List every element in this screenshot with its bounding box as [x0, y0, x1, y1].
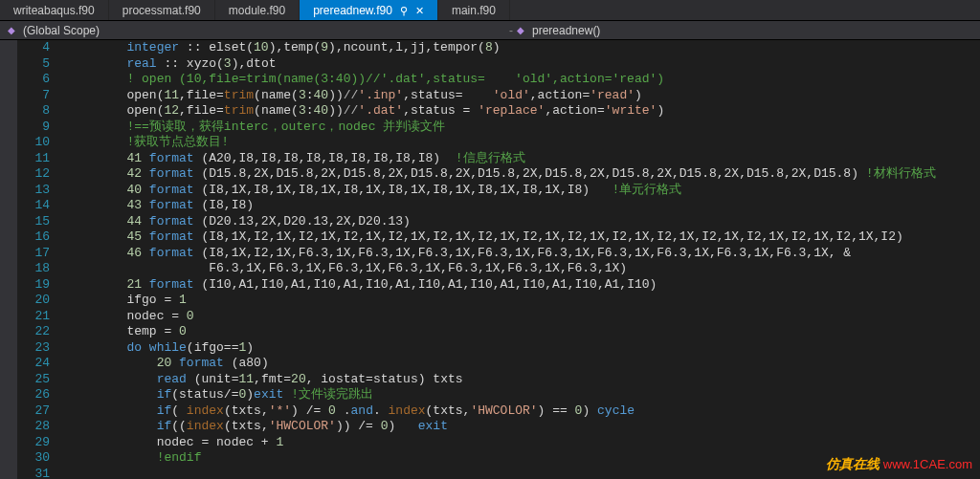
- scope-label[interactable]: (Global Scope): [23, 24, 100, 37]
- code-line[interactable]: if( index(txts,'*') /= 0 .and. index(txt…: [67, 403, 936, 420]
- code-line[interactable]: !endif: [67, 450, 936, 467]
- line-number: 5: [17, 56, 50, 73]
- method-icon: ◆: [517, 25, 524, 35]
- line-number: 12: [17, 166, 50, 183]
- code-line[interactable]: do while(ifgo==1): [67, 340, 936, 357]
- tab-prereadnew-f90[interactable]: prereadnew.f90⚲✕: [300, 0, 438, 20]
- code-line[interactable]: 42 format (D15.8,2X,D15.8,2X,D15.8,2X,D1…: [67, 166, 936, 183]
- code-line[interactable]: F6.3,1X,F6.3,1X,F6.3,1X,F6.3,1X,F6.3,1X,…: [67, 261, 936, 277]
- code-line[interactable]: 46 format (I8,1X,I2,1X,F6.3,1X,F6.3,1X,F…: [67, 246, 936, 262]
- code-line[interactable]: 43 format (I8,I8): [67, 198, 936, 214]
- close-icon[interactable]: ✕: [415, 5, 424, 16]
- breadcrumb: ◆ (Global Scope) - ◆ prereadnew(): [0, 21, 980, 40]
- code-line[interactable]: [67, 467, 936, 480]
- line-number: 26: [17, 387, 50, 403]
- line-number: 13: [17, 183, 50, 199]
- line-number-gutter: 4567891011121314151617181920212223242526…: [17, 40, 63, 479]
- code-line[interactable]: temp = 0: [67, 324, 936, 340]
- watermark: 仿真在线 www.1CAE.com: [826, 456, 972, 473]
- code-line[interactable]: ! open (10,file=trim(name(3:40))//'.dat'…: [67, 72, 936, 88]
- line-number: 27: [17, 403, 50, 420]
- tab-processmat-f90[interactable]: processmat.f90: [109, 0, 215, 20]
- code-line[interactable]: 44 format (D20.13,2X,D20.13,2X,D20.13): [67, 214, 936, 230]
- line-number: 19: [17, 277, 50, 294]
- code-editor[interactable]: 4567891011121314151617181920212223242526…: [0, 40, 980, 479]
- line-number: 29: [17, 435, 50, 451]
- line-number: 4: [17, 40, 50, 56]
- pin-icon[interactable]: ⚲: [400, 5, 408, 16]
- indicator-margin: [0, 40, 17, 479]
- code-line[interactable]: 45 format (I8,1X,I2,1X,I2,1X,I2,1X,I2,1X…: [67, 229, 936, 246]
- line-number: 28: [17, 419, 50, 435]
- line-number: 11: [17, 151, 50, 167]
- file-tabs: writeabaqus.f90processmat.f90module.f90p…: [0, 0, 980, 21]
- line-number: 21: [17, 309, 50, 325]
- code-line[interactable]: 20 format (a80): [67, 356, 936, 372]
- code-line[interactable]: 21 format (I10,A1,I10,A1,I10,A1,I10,A1,I…: [67, 277, 936, 294]
- line-number: 16: [17, 229, 50, 246]
- line-number: 7: [17, 88, 50, 104]
- code-line[interactable]: real :: xyzo(3),dtot: [67, 56, 936, 73]
- code-line[interactable]: if((index(txts,'HWCOLOR')) /= 0) exit: [67, 419, 936, 435]
- code-line[interactable]: 40 format (I8,1X,I8,1X,I8,1X,I8,1X,I8,1X…: [67, 183, 936, 199]
- line-number: 25: [17, 372, 50, 388]
- code-line[interactable]: !==预读取，获得interc，outerc，nodec 并判读文件: [67, 120, 936, 136]
- line-number: 20: [17, 293, 50, 309]
- line-number: 23: [17, 340, 50, 357]
- line-number: 6: [17, 72, 50, 88]
- line-number: 8: [17, 103, 50, 120]
- scope-icon: ◆: [8, 25, 15, 35]
- tab-writeabaqus-f90[interactable]: writeabaqus.f90: [0, 0, 109, 20]
- code-line[interactable]: ifgo = 1: [67, 293, 936, 309]
- code-line[interactable]: open(11,file=trim(name(3:40))//'.inp',st…: [67, 88, 936, 104]
- line-number: 22: [17, 324, 50, 340]
- line-number: 24: [17, 356, 50, 372]
- line-number: 18: [17, 261, 50, 277]
- line-number: 14: [17, 198, 50, 214]
- code-line[interactable]: 41 format (A20,I8,I8,I8,I8,I8,I8,I8,I8,I…: [67, 151, 936, 167]
- code-line[interactable]: nodec = nodec + 1: [67, 435, 936, 451]
- tab-main-f90[interactable]: main.f90: [438, 0, 510, 20]
- line-number: 17: [17, 246, 50, 262]
- code-line[interactable]: if(status/=0)exit !文件读完跳出: [67, 387, 936, 403]
- code-area[interactable]: integer :: elset(10),temp(9),ncount,l,jj…: [63, 40, 936, 479]
- line-number: 10: [17, 135, 50, 151]
- code-line[interactable]: integer :: elset(10),temp(9),ncount,l,jj…: [67, 40, 936, 56]
- code-line[interactable]: read (unit=11,fmt=20, iostat=status) txt…: [67, 372, 936, 388]
- line-number: 9: [17, 120, 50, 136]
- line-number: 15: [17, 214, 50, 230]
- tab-module-f90[interactable]: module.f90: [215, 0, 300, 20]
- line-number: 31: [17, 467, 50, 480]
- code-line[interactable]: open(12,file=trim(name(3:40))//'.dat',st…: [67, 103, 936, 120]
- code-line[interactable]: nodec = 0: [67, 309, 936, 325]
- line-number: 30: [17, 450, 50, 467]
- member-label[interactable]: prereadnew(): [532, 24, 600, 37]
- code-line[interactable]: !获取节点总数目!: [67, 135, 936, 151]
